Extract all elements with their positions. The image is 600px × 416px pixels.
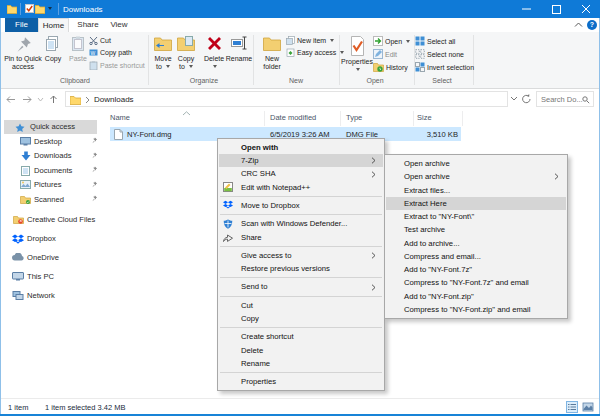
svg-text:W: W: [91, 50, 96, 56]
